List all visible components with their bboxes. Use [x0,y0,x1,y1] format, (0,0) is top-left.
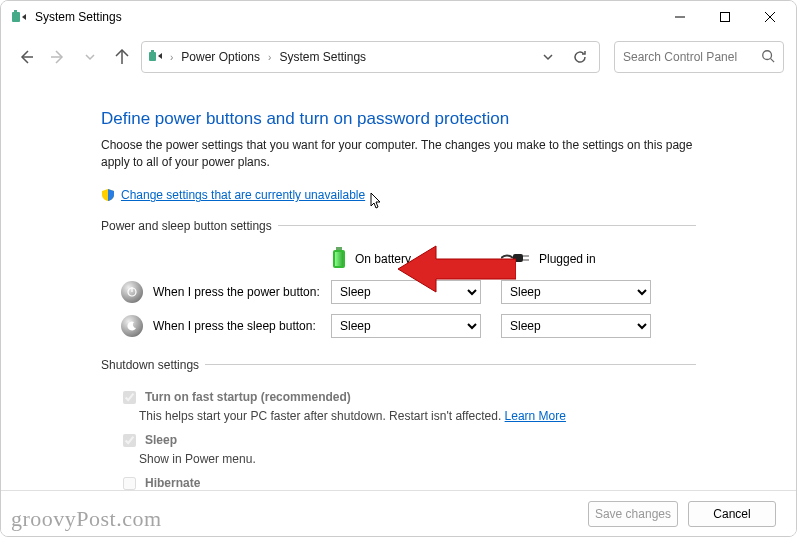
power-button-battery-select[interactable]: Sleep [331,280,481,304]
sleep-button-battery-select[interactable]: Sleep [331,314,481,338]
sleep-option-label: Sleep [145,433,177,447]
sleep-button-plugged-select[interactable]: Sleep [501,314,651,338]
hibernate-option-label: Hibernate [145,476,200,490]
page-description: Choose the power settings that you want … [101,137,696,172]
svg-rect-3 [720,13,729,22]
shield-icon [101,188,115,202]
watermark: groovyPost.com [11,506,162,532]
plug-icon [501,251,531,268]
sleep-button-label: When I press the sleep button: [153,319,316,333]
chevron-right-icon: › [170,52,173,63]
back-button[interactable] [13,44,39,70]
close-button[interactable] [747,2,792,32]
fast-startup-checkbox [123,391,136,404]
maximize-button[interactable] [702,2,747,32]
sleep-option-description: Show in Power menu. [139,452,696,466]
address-icon [148,48,164,67]
battery-icon [331,247,347,272]
fast-startup-label: Turn on fast startup (recommended) [145,390,351,404]
svg-rect-15 [335,252,343,266]
power-sleep-legend: Power and sleep button settings [101,219,278,233]
search-input[interactable]: Search Control Panel [614,41,784,73]
breadcrumb-seg-2[interactable]: System Settings [277,48,368,66]
cursor-icon [367,192,383,215]
minimize-button[interactable] [657,2,702,32]
recent-locations-button[interactable] [77,44,103,70]
change-settings-link[interactable]: Change settings that are currently unava… [121,188,365,202]
cancel-button[interactable]: Cancel [688,501,776,527]
page-heading: Define power buttons and turn on passwor… [101,109,696,129]
svg-point-11 [763,50,772,59]
power-button-label: When I press the power button: [153,285,320,299]
learn-more-link[interactable]: Learn More [505,409,566,423]
svg-line-12 [771,58,775,62]
power-button-icon [121,281,143,303]
address-dropdown-button[interactable] [535,44,561,70]
nav-bar: › Power Options › System Settings Search… [1,33,796,81]
power-button-plugged-select[interactable]: Sleep [501,280,651,304]
app-icon [11,9,27,25]
svg-rect-9 [149,52,156,61]
svg-rect-10 [151,50,154,52]
svg-rect-1 [14,10,17,12]
shutdown-legend: Shutdown settings [101,358,205,372]
power-sleep-group: Power and sleep button settings On batte… [101,219,696,348]
content-area: Define power buttons and turn on passwor… [1,81,796,517]
svg-rect-16 [513,254,523,262]
hibernate-checkbox [123,477,136,490]
window-title: System Settings [35,10,657,24]
forward-button[interactable] [45,44,71,70]
save-changes-button: Save changes [588,501,678,527]
scrollbar-track[interactable] [780,83,794,488]
svg-rect-13 [336,247,342,250]
plugged-in-label: Plugged in [539,252,596,266]
address-bar[interactable]: › Power Options › System Settings [141,41,600,73]
title-bar: System Settings [1,1,796,33]
refresh-button[interactable] [567,44,593,70]
sleep-button-icon [121,315,143,337]
chevron-right-icon: › [268,52,271,63]
sleep-checkbox [123,434,136,447]
search-icon [761,49,775,66]
breadcrumb-seg-1[interactable]: Power Options [179,48,262,66]
up-button[interactable] [109,44,135,70]
fast-startup-description: This helps start your PC faster after sh… [139,409,696,423]
on-battery-label: On battery [355,252,411,266]
svg-rect-0 [12,12,20,22]
search-placeholder: Search Control Panel [623,50,761,64]
